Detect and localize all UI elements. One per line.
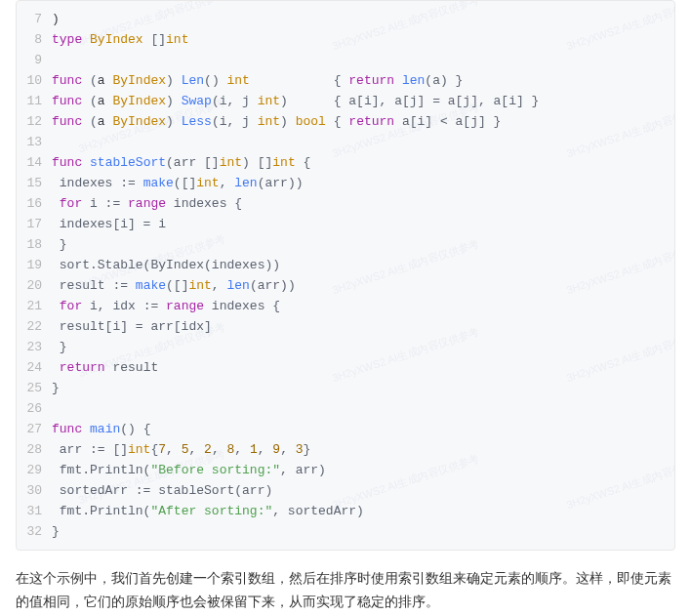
code-line: 25} — [17, 378, 674, 398]
code-content — [52, 50, 674, 70]
code-line: 12func (a ByIndex) Less(i, j int) bool {… — [17, 111, 674, 132]
line-number: 24 — [17, 357, 52, 378]
line-number: 10 — [17, 70, 52, 91]
code-content: result := make([]int, len(arr)) — [52, 275, 674, 296]
code-line: 17 indexes[i] = i — [17, 214, 674, 234]
code-content: ) — [52, 9, 674, 29]
line-number: 31 — [17, 501, 52, 521]
code-content: func (a ByIndex) Less(i, j int) bool { r… — [52, 111, 674, 132]
code-line: 26 — [17, 398, 674, 419]
code-line: 8type ByIndex []int — [17, 29, 674, 50]
line-number: 15 — [17, 173, 52, 193]
code-line: 15 indexes := make([]int, len(arr)) — [17, 173, 674, 193]
code-line: 28 arr := []int{7, 5, 2, 8, 1, 9, 3} — [17, 439, 674, 460]
code-content: for i, idx := range indexes { — [52, 296, 674, 316]
line-number: 17 — [17, 214, 52, 234]
line-number: 21 — [17, 296, 52, 316]
line-number: 32 — [17, 521, 52, 542]
code-content: sort.Stable(ByIndex(indexes)) — [52, 255, 674, 275]
code-content: for i := range indexes { — [52, 193, 674, 214]
line-number: 16 — [17, 193, 52, 214]
line-number: 8 — [17, 29, 52, 50]
code-line: 23 } — [17, 337, 674, 357]
line-number: 27 — [17, 419, 52, 439]
code-content — [52, 398, 674, 419]
code-line: 21 for i, idx := range indexes { — [17, 296, 674, 316]
code-line: 30 sortedArr := stableSort(arr) — [17, 480, 674, 501]
code-line: 10func (a ByIndex) Len() int { return le… — [17, 70, 674, 91]
line-number: 20 — [17, 275, 52, 296]
code-line: 16 for i := range indexes { — [17, 193, 674, 214]
line-number: 11 — [17, 91, 52, 111]
code-content: indexes := make([]int, len(arr)) — [52, 173, 674, 193]
code-line: 20 result := make([]int, len(arr)) — [17, 275, 674, 296]
code-content: fmt.Println("Before sorting:", arr) — [52, 460, 674, 480]
code-content: type ByIndex []int — [52, 29, 674, 50]
line-number: 7 — [17, 9, 52, 29]
line-number: 30 — [17, 480, 52, 501]
line-number: 12 — [17, 111, 52, 132]
code-content — [52, 132, 674, 152]
line-number: 18 — [17, 234, 52, 255]
code-line: 29 fmt.Println("Before sorting:", arr) — [17, 460, 674, 480]
line-number: 13 — [17, 132, 52, 152]
code-line: 14func stableSort(arr []int) []int { — [17, 152, 674, 173]
code-content: fmt.Println("After sorting:", sortedArr) — [52, 501, 674, 521]
code-line: 18 } — [17, 234, 674, 255]
code-content: func (a ByIndex) Len() int { return len(… — [52, 70, 674, 91]
code-line: 13 — [17, 132, 674, 152]
code-line: 31 fmt.Println("After sorting:", sortedA… — [17, 501, 674, 521]
code-line: 27func main() { — [17, 419, 674, 439]
line-number: 28 — [17, 439, 52, 460]
code-content: indexes[i] = i — [52, 214, 674, 234]
code-content: func stableSort(arr []int) []int { — [52, 152, 674, 173]
code-content: } — [52, 337, 674, 357]
code-content: } — [52, 378, 674, 398]
line-number: 25 — [17, 378, 52, 398]
line-number: 29 — [17, 460, 52, 480]
code-content: sortedArr := stableSort(arr) — [52, 480, 674, 501]
code-line: 19 sort.Stable(ByIndex(indexes)) — [17, 255, 674, 275]
code-line: 11func (a ByIndex) Swap(i, j int) { a[i]… — [17, 91, 674, 111]
code-content: } — [52, 521, 674, 542]
code-block: 7)8type ByIndex []int910func (a ByIndex)… — [16, 0, 675, 551]
code-content: } — [52, 234, 674, 255]
line-number: 23 — [17, 337, 52, 357]
code-line: 7) — [17, 9, 674, 29]
code-line: 9 — [17, 50, 674, 70]
code-line: 24 return result — [17, 357, 674, 378]
code-line: 32} — [17, 521, 674, 542]
line-number: 9 — [17, 50, 52, 70]
code-content: return result — [52, 357, 674, 378]
line-number: 22 — [17, 316, 52, 337]
code-content: result[i] = arr[idx] — [52, 316, 674, 337]
line-number: 14 — [17, 152, 52, 173]
code-content: func main() { — [52, 419, 674, 439]
code-content: func (a ByIndex) Swap(i, j int) { a[i], … — [52, 91, 674, 111]
line-number: 19 — [17, 255, 52, 275]
code-line: 22 result[i] = arr[idx] — [17, 316, 674, 337]
code-content: arr := []int{7, 5, 2, 8, 1, 9, 3} — [52, 439, 674, 460]
line-number: 26 — [17, 398, 52, 419]
explanation-paragraph: 在这个示例中，我们首先创建一个索引数组，然后在排序时使用索引数组来确定元素的顺序… — [16, 566, 675, 613]
